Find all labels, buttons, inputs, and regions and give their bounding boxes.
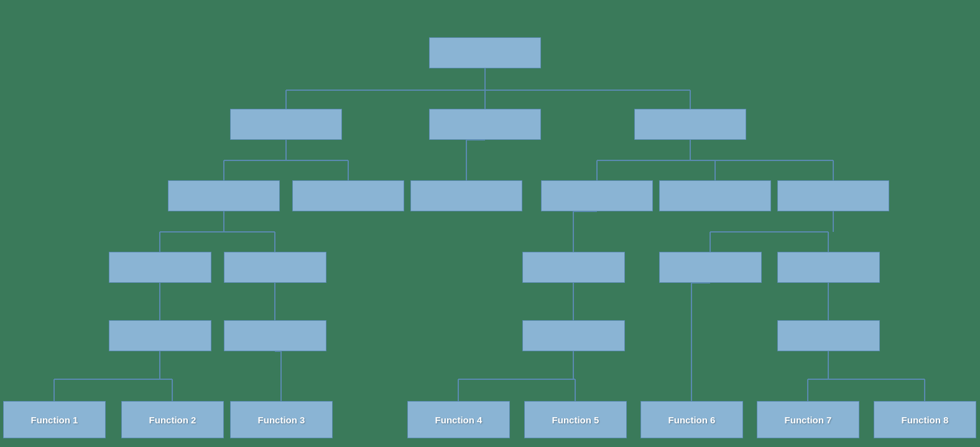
node-fn2: Function 2 — [121, 401, 224, 438]
node-l2_rm — [659, 180, 771, 211]
node-fn7: Function 7 — [757, 401, 859, 438]
node-l4_lr — [224, 320, 326, 351]
node-l2_rl — [541, 180, 653, 211]
node-l2_lr — [292, 180, 404, 211]
node-l4_ll — [109, 320, 211, 351]
node-l3_rl — [522, 252, 625, 283]
org-chart: Function 1Function 2Function 3Function 4… — [0, 0, 980, 447]
node-l1_left — [230, 109, 342, 140]
node-l1_right — [634, 109, 746, 140]
node-l3_ll — [109, 252, 211, 283]
node-fn5: Function 5 — [524, 401, 627, 438]
node-l2_rr — [777, 180, 889, 211]
node-l2_ll — [168, 180, 280, 211]
node-l4_rl — [522, 320, 625, 351]
node-l1_mid — [429, 109, 541, 140]
node-root — [429, 37, 541, 68]
node-l3_lr — [224, 252, 326, 283]
node-fn3: Function 3 — [230, 401, 333, 438]
node-l3_rr — [777, 252, 880, 283]
node-l2_mid — [410, 180, 522, 211]
node-fn4: Function 4 — [407, 401, 510, 438]
node-fn6: Function 6 — [640, 401, 743, 438]
node-fn1: Function 1 — [3, 401, 106, 438]
node-l3_rm — [659, 252, 762, 283]
node-fn8: Function 8 — [874, 401, 976, 438]
node-l4_rr — [777, 320, 880, 351]
